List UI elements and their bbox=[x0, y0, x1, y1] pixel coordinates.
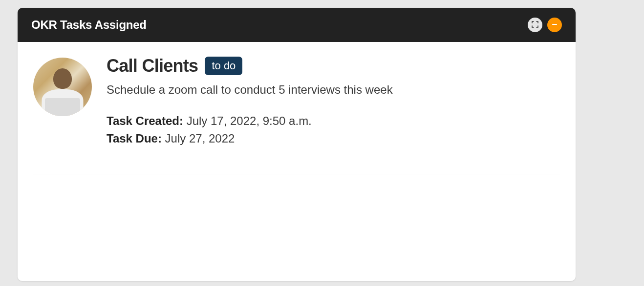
task-created-line: Task Created: July 17, 2022, 9:50 a.m. bbox=[107, 112, 560, 130]
task-info: Call Clients to do Schedule a zoom call … bbox=[107, 56, 560, 147]
task-title-row: Call Clients to do bbox=[107, 56, 560, 76]
task-row: Call Clients to do Schedule a zoom call … bbox=[33, 56, 560, 175]
minimize-button[interactable] bbox=[547, 18, 562, 32]
card-body: Call Clients to do Schedule a zoom call … bbox=[18, 42, 576, 189]
expand-button[interactable] bbox=[528, 18, 542, 32]
task-due-line: Task Due: July 27, 2022 bbox=[107, 130, 560, 147]
task-description: Schedule a zoom call to conduct 5 interv… bbox=[107, 83, 560, 97]
task-due-label: Task Due: bbox=[107, 132, 162, 145]
task-card: OKR Tasks Assigned bbox=[18, 8, 576, 281]
header-actions bbox=[528, 18, 562, 32]
task-title: Call Clients bbox=[107, 56, 198, 76]
divider bbox=[33, 175, 560, 175]
minus-icon bbox=[551, 21, 558, 29]
card-title: OKR Tasks Assigned bbox=[31, 18, 147, 32]
task-created-value: July 17, 2022, 9:50 a.m. bbox=[187, 114, 312, 127]
status-badge: to do bbox=[205, 57, 242, 75]
assignee-avatar bbox=[33, 58, 92, 116]
task-created-label: Task Created: bbox=[107, 114, 183, 127]
expand-icon bbox=[532, 21, 538, 29]
task-due-value: July 27, 2022 bbox=[165, 132, 235, 145]
card-header: OKR Tasks Assigned bbox=[18, 8, 576, 42]
